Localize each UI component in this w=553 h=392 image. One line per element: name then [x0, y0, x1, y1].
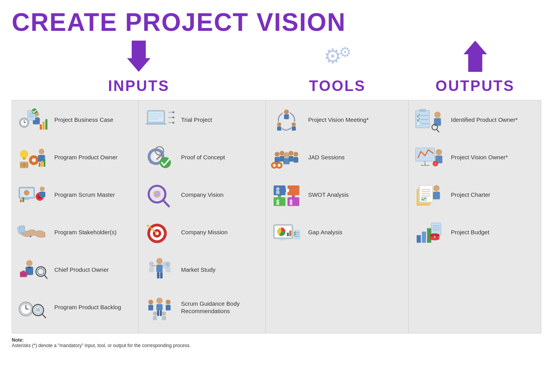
svg-point-67	[172, 116, 174, 118]
svg-point-46	[38, 268, 44, 274]
svg-point-183	[436, 149, 442, 155]
svg-point-113	[166, 299, 170, 304]
svg-rect-137	[294, 157, 298, 162]
svg-rect-133	[280, 156, 285, 161]
svg-rect-164	[294, 230, 301, 239]
chief-product-owner-label: Chief Product Owner	[54, 266, 109, 274]
chief-product-owner-icon	[15, 255, 50, 285]
svg-rect-15	[23, 157, 25, 159]
svg-point-29	[24, 190, 29, 195]
down-arrow-icon	[127, 41, 150, 72]
program-scrum-master-label: Program Scrum Master	[54, 191, 115, 199]
project-budget-label: Project Budget	[451, 228, 489, 236]
svg-point-139	[274, 164, 276, 166]
list-item: Identified Product Owner*	[412, 104, 538, 135]
inputs-section: Project Business Case	[12, 100, 266, 333]
svg-rect-116	[160, 310, 162, 316]
svg-point-35	[40, 186, 45, 191]
proof-of-concept-icon	[142, 143, 177, 172]
svg-rect-55	[36, 307, 40, 312]
svg-rect-169	[419, 109, 426, 112]
list-item: Program Stakeholder(s)	[15, 217, 135, 248]
company-mission-icon	[142, 218, 177, 247]
trial-project-icon	[142, 105, 177, 135]
project-charter-label: Project Charter	[451, 191, 490, 199]
svg-rect-157	[277, 202, 279, 205]
svg-rect-163	[290, 230, 292, 236]
svg-point-21	[39, 148, 44, 154]
program-stakeholders-label: Program Stakeholder(s)	[54, 228, 116, 236]
svg-point-132	[280, 151, 285, 155]
svg-rect-63	[150, 118, 158, 119]
inputs-col2: Trial Project	[139, 100, 265, 333]
svg-line-54	[42, 314, 46, 317]
list-item: Project Business Case	[15, 104, 135, 135]
svg-point-126	[277, 122, 281, 127]
svg-rect-197	[417, 235, 421, 243]
swot-analysis-icon	[269, 180, 304, 210]
note-section: Note: Asterisks (*) denote a "mandatory"…	[12, 337, 541, 348]
svg-point-65	[172, 111, 174, 113]
page-title: CREATE PROJECT VISION	[12, 8, 541, 37]
gap-analysis-label: Gap Analysis	[308, 228, 342, 236]
svg-rect-6	[40, 124, 42, 129]
svg-rect-60	[146, 123, 166, 125]
svg-point-105	[149, 261, 154, 266]
svg-rect-61	[150, 113, 162, 115]
arrows-row: ⚙ ⚙	[12, 41, 541, 72]
list-item: Program Scrum Master	[15, 179, 135, 210]
svg-rect-112	[149, 305, 153, 310]
outputs-label: OUTPUTS	[435, 78, 515, 94]
svg-point-117	[153, 311, 157, 315]
svg-point-130	[275, 151, 279, 156]
svg-text:!: !	[435, 162, 436, 166]
market-study-icon	[142, 255, 177, 285]
tools-section: Project Vision Meeting*	[266, 100, 408, 333]
svg-point-119	[162, 311, 166, 315]
svg-point-107	[166, 261, 170, 266]
market-study-label: Market Study	[181, 266, 215, 274]
svg-rect-97	[156, 264, 163, 272]
svg-rect-135	[289, 156, 294, 161]
list-item: SWOT Analysis	[269, 179, 405, 210]
svg-point-151	[278, 195, 281, 199]
jad-sessions-label: JAD Sessions	[308, 153, 344, 161]
list-item: Proof of Concept	[142, 142, 262, 173]
identified-product-owner-label: Identified Product Owner*	[451, 116, 518, 124]
svg-rect-198	[422, 232, 426, 242]
svg-rect-123	[284, 114, 289, 119]
tools-header: TOOLS	[266, 74, 409, 98]
list-item: Program Product Backlog	[15, 292, 135, 323]
svg-point-156	[277, 199, 279, 202]
svg-line-85	[163, 200, 169, 206]
list-item: Trial Project	[142, 104, 262, 135]
svg-point-176	[434, 111, 440, 118]
note-title: Note:	[12, 337, 24, 343]
svg-point-111	[149, 299, 153, 304]
list-item: JAD Sessions	[269, 142, 405, 173]
swot-analysis-label: SWOT Analysis	[308, 191, 349, 199]
svg-rect-160	[280, 239, 287, 240]
svg-rect-36	[39, 192, 45, 197]
program-scrum-master-icon	[15, 180, 50, 210]
svg-rect-114	[166, 305, 170, 310]
svg-rect-146	[276, 191, 280, 194]
project-budget-icon: $	[412, 218, 447, 247]
svg-point-109	[156, 298, 163, 304]
company-vision-label: Company Vision	[181, 191, 224, 199]
svg-rect-25	[44, 159, 45, 167]
main-grid: Project Business Case	[12, 100, 541, 333]
scrum-guidance-icon	[142, 293, 177, 322]
svg-point-39	[26, 260, 32, 266]
svg-line-179	[437, 129, 438, 132]
inputs-label: INPUTS	[108, 78, 170, 94]
svg-point-20	[32, 158, 36, 162]
svg-rect-131	[275, 157, 279, 162]
project-vision-owner-label: Project Vision Owner*	[451, 153, 508, 161]
svg-point-69	[172, 121, 174, 123]
project-vision-owner-icon: !	[412, 143, 447, 172]
outputs-section: Identified Product Owner* !	[409, 100, 541, 333]
svg-text:$: $	[434, 235, 435, 239]
svg-rect-43	[22, 270, 25, 272]
scrum-guidance-label: Scrum Guidance Body Recommendations	[181, 300, 262, 315]
